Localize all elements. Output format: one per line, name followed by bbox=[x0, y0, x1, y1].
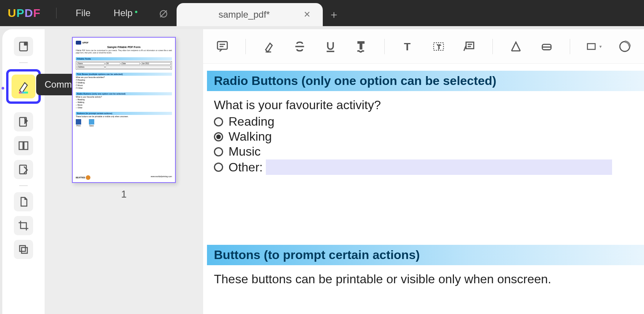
eraser-icon bbox=[540, 40, 553, 53]
svg-rect-6 bbox=[19, 142, 23, 150]
home-tab[interactable] bbox=[152, 3, 175, 26]
radio-icon[interactable] bbox=[214, 147, 223, 156]
form-pen-icon bbox=[18, 164, 29, 175]
strikethrough-icon bbox=[293, 40, 306, 53]
close-icon[interactable]: ✕ bbox=[300, 8, 314, 21]
edit-button[interactable] bbox=[14, 112, 33, 131]
chevron-down-icon: ▾ bbox=[599, 44, 602, 49]
eye-off-icon bbox=[158, 9, 169, 20]
callout-tool[interactable] bbox=[462, 39, 477, 54]
highlighter-icon bbox=[262, 40, 275, 53]
svg-rect-10 bbox=[22, 248, 27, 253]
svg-rect-11 bbox=[217, 42, 227, 49]
new-tab-button[interactable]: ＋ bbox=[324, 3, 344, 26]
pencil-tool[interactable] bbox=[508, 39, 524, 54]
thumb-section: Buttons (to prompt certain actions) bbox=[76, 112, 172, 115]
separator bbox=[19, 185, 28, 186]
squiggly-tool[interactable]: T bbox=[354, 39, 369, 54]
svg-text:T: T bbox=[404, 40, 410, 52]
textbox-icon: T bbox=[432, 40, 445, 53]
thumb-section: Tick Boxes (multiple options can be sele… bbox=[76, 73, 172, 76]
comment-button[interactable] bbox=[12, 75, 35, 98]
radio-label: Walking bbox=[229, 130, 272, 144]
svg-rect-4 bbox=[19, 91, 28, 93]
document-icon bbox=[18, 196, 29, 208]
crop-button[interactable] bbox=[14, 216, 33, 235]
update-dot-icon bbox=[135, 11, 137, 13]
page-thumbnail[interactable]: UPDF Sample Fillable PDF Form Fillable P… bbox=[72, 37, 176, 183]
strikethrough-tool[interactable] bbox=[292, 39, 307, 54]
document-tab[interactable]: sample_pdf* ✕ bbox=[177, 3, 323, 26]
highlight-tool[interactable] bbox=[261, 39, 277, 54]
stamp-tool[interactable] bbox=[617, 39, 632, 54]
rectangle-icon bbox=[586, 41, 597, 52]
fill-sign-button[interactable] bbox=[14, 160, 33, 179]
thumbnail-panel: UPDF Sample Fillable PDF Form Fillable P… bbox=[45, 29, 203, 314]
radio-icon[interactable] bbox=[214, 163, 223, 172]
thumb-title: Sample Fillable PDF Form bbox=[76, 46, 172, 48]
textbox-tool[interactable]: T bbox=[431, 39, 446, 54]
underline-tool[interactable] bbox=[323, 39, 338, 54]
edit-page-icon bbox=[18, 116, 29, 128]
thumb-logo-text: UPDF bbox=[82, 42, 88, 44]
reader-mode-button[interactable] bbox=[14, 37, 33, 56]
radio-option-music[interactable]: Music bbox=[214, 145, 637, 159]
svg-rect-3 bbox=[24, 42, 27, 45]
svg-rect-9 bbox=[20, 246, 25, 251]
text-icon: T bbox=[401, 40, 414, 53]
separator bbox=[384, 39, 385, 54]
callout-icon bbox=[463, 40, 476, 53]
svg-rect-27 bbox=[587, 43, 595, 49]
thumb-section: Radio Buttons (only one option can be se… bbox=[76, 92, 172, 95]
separator bbox=[245, 39, 246, 54]
pages-icon bbox=[18, 140, 29, 151]
menu-bar: File Help bbox=[64, 0, 144, 26]
annotation-toolbar: T T T ▾ bbox=[203, 29, 644, 64]
left-sidebar: Comment bbox=[2, 29, 45, 314]
compare-button[interactable] bbox=[14, 240, 33, 259]
menu-help-label: Help bbox=[113, 8, 132, 18]
svg-rect-21 bbox=[466, 42, 474, 48]
menu-help[interactable]: Help bbox=[102, 8, 144, 18]
document-content[interactable]: Radio Buttons (only one option can be se… bbox=[203, 64, 644, 314]
accent-dot-icon bbox=[2, 87, 4, 90]
ocr-button[interactable] bbox=[14, 192, 33, 211]
tab-strip: sample_pdf* ✕ ＋ bbox=[152, 0, 344, 26]
radio-option-reading[interactable]: Reading bbox=[214, 115, 637, 129]
tab-title: sample_pdf* bbox=[188, 9, 300, 20]
shape-tool[interactable]: ▾ bbox=[586, 41, 602, 52]
main-area: Comment UPDF Sample Fillable PDF Form Fi… bbox=[0, 26, 644, 314]
radio-label: Other: bbox=[229, 160, 263, 174]
radio-option-other[interactable]: Other: bbox=[214, 159, 637, 175]
underline-icon bbox=[324, 40, 337, 53]
organize-button[interactable] bbox=[14, 136, 33, 155]
other-text-field[interactable] bbox=[266, 159, 612, 175]
menu-file[interactable]: File bbox=[64, 8, 102, 18]
crop-icon bbox=[18, 220, 29, 231]
squiggly-icon: T bbox=[355, 40, 368, 53]
question-text: What is your favourite activity? bbox=[214, 98, 637, 112]
note-icon bbox=[216, 40, 229, 53]
logo-text: UPDF bbox=[8, 7, 41, 20]
comment-button-highlighted: Comment bbox=[6, 69, 41, 104]
radio-option-walking[interactable]: Walking bbox=[214, 130, 637, 144]
radio-icon[interactable] bbox=[214, 117, 223, 126]
radio-label: Reading bbox=[229, 115, 274, 129]
document-view: T T T ▾ bbox=[203, 29, 644, 314]
svg-rect-7 bbox=[24, 142, 28, 150]
page-number: 1 bbox=[121, 188, 127, 200]
divider bbox=[56, 8, 57, 18]
eraser-tool[interactable] bbox=[539, 39, 554, 54]
separator bbox=[19, 62, 28, 63]
pencil-icon bbox=[509, 40, 522, 53]
circle-icon bbox=[618, 40, 631, 53]
text-tool[interactable]: T bbox=[400, 39, 415, 54]
sticky-note-tool[interactable] bbox=[215, 39, 230, 54]
svg-text:T: T bbox=[358, 40, 364, 51]
titlebar: UPDF File Help sample_pdf* ✕ ＋ bbox=[0, 0, 644, 26]
radio-label: Music bbox=[229, 145, 261, 159]
radio-icon[interactable] bbox=[214, 132, 223, 141]
section-header-buttons: Buttons (to prompt certain actions) bbox=[207, 245, 644, 265]
buttons-description: These buttons can be printable or visibl… bbox=[203, 265, 644, 286]
book-icon bbox=[18, 41, 29, 52]
